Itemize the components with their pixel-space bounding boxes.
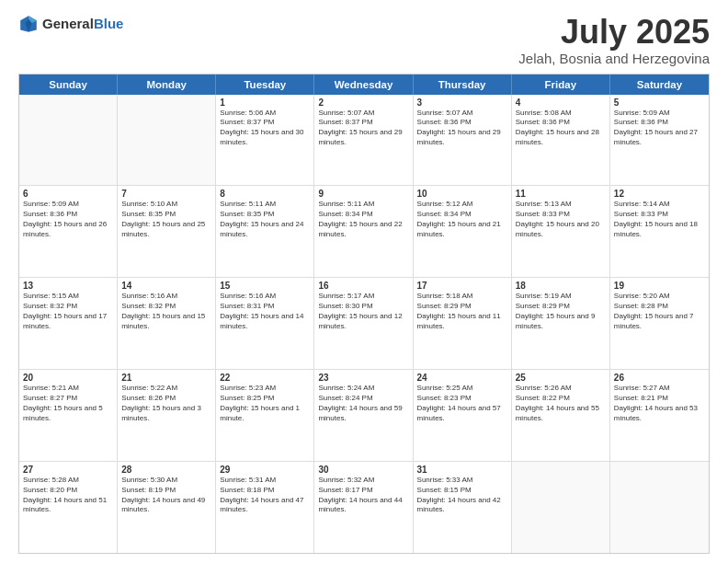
cell-info: Sunrise: 5:15 AM Sunset: 8:32 PM Dayligh… <box>23 292 113 331</box>
calendar-cell-4-3: 30Sunrise: 5:32 AM Sunset: 8:17 PM Dayli… <box>314 462 413 553</box>
cell-info: Sunrise: 5:17 AM Sunset: 8:30 PM Dayligh… <box>318 292 408 331</box>
cell-info: Sunrise: 5:08 AM Sunset: 8:36 PM Dayligh… <box>516 109 606 148</box>
cell-info: Sunrise: 5:21 AM Sunset: 8:27 PM Dayligh… <box>23 384 113 423</box>
calendar-cell-0-5: 4Sunrise: 5:08 AM Sunset: 8:36 PM Daylig… <box>512 95 610 186</box>
logo-text: GeneralBlue <box>42 16 123 32</box>
calendar-cell-3-0: 20Sunrise: 5:21 AM Sunset: 8:27 PM Dayli… <box>19 370 118 461</box>
calendar-cell-0-1 <box>118 95 216 186</box>
calendar-row-3: 20Sunrise: 5:21 AM Sunset: 8:27 PM Dayli… <box>19 370 709 462</box>
cell-info: Sunrise: 5:27 AM Sunset: 8:21 PM Dayligh… <box>614 384 705 423</box>
calendar-cell-3-6: 26Sunrise: 5:27 AM Sunset: 8:21 PM Dayli… <box>610 370 709 461</box>
cell-info: Sunrise: 5:16 AM Sunset: 8:31 PM Dayligh… <box>220 292 310 331</box>
calendar-cell-1-0: 6Sunrise: 5:09 AM Sunset: 8:36 PM Daylig… <box>19 186 118 277</box>
calendar-cell-4-1: 28Sunrise: 5:30 AM Sunset: 8:19 PM Dayli… <box>118 462 216 553</box>
day-number: 20 <box>23 373 113 383</box>
calendar-cell-1-5: 11Sunrise: 5:13 AM Sunset: 8:33 PM Dayli… <box>512 186 610 277</box>
header-saturday: Saturday <box>610 75 709 95</box>
calendar-row-0: 1Sunrise: 5:06 AM Sunset: 8:37 PM Daylig… <box>19 95 709 187</box>
day-number: 19 <box>614 281 705 291</box>
day-number: 26 <box>614 373 705 383</box>
cell-info: Sunrise: 5:28 AM Sunset: 8:20 PM Dayligh… <box>23 476 113 515</box>
cell-info: Sunrise: 5:18 AM Sunset: 8:29 PM Dayligh… <box>417 292 507 331</box>
calendar-cell-3-1: 21Sunrise: 5:22 AM Sunset: 8:26 PM Dayli… <box>118 370 216 461</box>
day-number: 22 <box>220 373 310 383</box>
calendar-cell-2-4: 17Sunrise: 5:18 AM Sunset: 8:29 PM Dayli… <box>414 278 512 369</box>
cell-info: Sunrise: 5:12 AM Sunset: 8:34 PM Dayligh… <box>417 200 507 239</box>
day-number: 17 <box>417 281 507 291</box>
calendar-cell-2-5: 18Sunrise: 5:19 AM Sunset: 8:29 PM Dayli… <box>512 278 610 369</box>
day-number: 12 <box>614 189 705 199</box>
cell-info: Sunrise: 5:07 AM Sunset: 8:36 PM Dayligh… <box>417 109 507 148</box>
calendar-cell-1-4: 10Sunrise: 5:12 AM Sunset: 8:34 PM Dayli… <box>414 186 512 277</box>
day-number: 18 <box>516 281 606 291</box>
calendar-cell-3-3: 23Sunrise: 5:24 AM Sunset: 8:24 PM Dayli… <box>314 370 413 461</box>
logo-general: General <box>42 16 94 31</box>
day-number: 27 <box>23 465 113 475</box>
title-block: July 2025 Jelah, Bosnia and Herzegovina <box>518 14 710 66</box>
cell-info: Sunrise: 5:09 AM Sunset: 8:36 PM Dayligh… <box>614 109 705 148</box>
cell-info: Sunrise: 5:22 AM Sunset: 8:26 PM Dayligh… <box>121 384 211 423</box>
cell-info: Sunrise: 5:23 AM Sunset: 8:25 PM Dayligh… <box>220 384 310 423</box>
calendar-cell-4-4: 31Sunrise: 5:33 AM Sunset: 8:15 PM Dayli… <box>414 462 512 553</box>
day-number: 10 <box>417 189 507 199</box>
day-number: 3 <box>417 98 507 108</box>
day-number: 5 <box>614 98 705 108</box>
cell-info: Sunrise: 5:20 AM Sunset: 8:28 PM Dayligh… <box>614 292 705 331</box>
cell-info: Sunrise: 5:33 AM Sunset: 8:15 PM Dayligh… <box>417 476 507 515</box>
calendar-cell-2-1: 14Sunrise: 5:16 AM Sunset: 8:32 PM Dayli… <box>118 278 216 369</box>
calendar-cell-2-0: 13Sunrise: 5:15 AM Sunset: 8:32 PM Dayli… <box>19 278 118 369</box>
cell-info: Sunrise: 5:26 AM Sunset: 8:22 PM Dayligh… <box>516 384 606 423</box>
calendar-cell-2-6: 19Sunrise: 5:20 AM Sunset: 8:28 PM Dayli… <box>610 278 709 369</box>
calendar-cell-4-2: 29Sunrise: 5:31 AM Sunset: 8:18 PM Dayli… <box>216 462 314 553</box>
title-month: July 2025 <box>518 14 710 51</box>
header-wednesday: Wednesday <box>314 75 413 95</box>
day-number: 4 <box>516 98 606 108</box>
cell-info: Sunrise: 5:31 AM Sunset: 8:18 PM Dayligh… <box>220 476 310 515</box>
day-number: 23 <box>318 373 408 383</box>
cell-info: Sunrise: 5:13 AM Sunset: 8:33 PM Dayligh… <box>516 200 606 239</box>
day-number: 8 <box>220 189 310 199</box>
day-number: 9 <box>318 189 408 199</box>
calendar-cell-0-4: 3Sunrise: 5:07 AM Sunset: 8:36 PM Daylig… <box>414 95 512 186</box>
day-number: 31 <box>417 465 507 475</box>
header-thursday: Thursday <box>414 75 512 95</box>
calendar-cell-0-6: 5Sunrise: 5:09 AM Sunset: 8:36 PM Daylig… <box>610 95 709 186</box>
day-number: 24 <box>417 373 507 383</box>
calendar-cell-0-2: 1Sunrise: 5:06 AM Sunset: 8:37 PM Daylig… <box>216 95 314 186</box>
calendar-cell-4-5 <box>512 462 610 553</box>
day-number: 28 <box>121 465 211 475</box>
cell-info: Sunrise: 5:16 AM Sunset: 8:32 PM Dayligh… <box>121 292 211 331</box>
calendar-cell-1-2: 8Sunrise: 5:11 AM Sunset: 8:35 PM Daylig… <box>216 186 314 277</box>
cell-info: Sunrise: 5:32 AM Sunset: 8:17 PM Dayligh… <box>318 476 408 515</box>
calendar-cell-4-0: 27Sunrise: 5:28 AM Sunset: 8:20 PM Dayli… <box>19 462 118 553</box>
calendar-cell-2-2: 15Sunrise: 5:16 AM Sunset: 8:31 PM Dayli… <box>216 278 314 369</box>
cell-info: Sunrise: 5:14 AM Sunset: 8:33 PM Dayligh… <box>614 200 705 239</box>
calendar: Sunday Monday Tuesday Wednesday Thursday… <box>18 74 710 554</box>
cell-info: Sunrise: 5:25 AM Sunset: 8:23 PM Dayligh… <box>417 384 507 423</box>
calendar-cell-4-6 <box>610 462 709 553</box>
header-monday: Monday <box>118 75 216 95</box>
cell-info: Sunrise: 5:30 AM Sunset: 8:19 PM Dayligh… <box>121 476 211 515</box>
day-number: 15 <box>220 281 310 291</box>
header-friday: Friday <box>512 75 610 95</box>
day-number: 6 <box>23 189 113 199</box>
calendar-body: 1Sunrise: 5:06 AM Sunset: 8:37 PM Daylig… <box>19 95 709 553</box>
cell-info: Sunrise: 5:07 AM Sunset: 8:37 PM Dayligh… <box>318 109 408 148</box>
logo-blue: Blue <box>94 16 124 31</box>
calendar-header: Sunday Monday Tuesday Wednesday Thursday… <box>19 75 709 95</box>
logo: GeneralBlue <box>18 14 123 34</box>
calendar-cell-0-3: 2Sunrise: 5:07 AM Sunset: 8:37 PM Daylig… <box>314 95 413 186</box>
day-number: 13 <box>23 281 113 291</box>
day-number: 7 <box>121 189 211 199</box>
calendar-cell-1-6: 12Sunrise: 5:14 AM Sunset: 8:33 PM Dayli… <box>610 186 709 277</box>
day-number: 14 <box>121 281 211 291</box>
calendar-cell-2-3: 16Sunrise: 5:17 AM Sunset: 8:30 PM Dayli… <box>314 278 413 369</box>
header-tuesday: Tuesday <box>216 75 314 95</box>
calendar-cell-3-4: 24Sunrise: 5:25 AM Sunset: 8:23 PM Dayli… <box>414 370 512 461</box>
day-number: 21 <box>121 373 211 383</box>
day-number: 16 <box>318 281 408 291</box>
header: GeneralBlue July 2025 Jelah, Bosnia and … <box>18 14 710 66</box>
cell-info: Sunrise: 5:24 AM Sunset: 8:24 PM Dayligh… <box>318 384 408 423</box>
calendar-cell-0-0 <box>19 95 118 186</box>
cell-info: Sunrise: 5:11 AM Sunset: 8:35 PM Dayligh… <box>220 200 310 239</box>
